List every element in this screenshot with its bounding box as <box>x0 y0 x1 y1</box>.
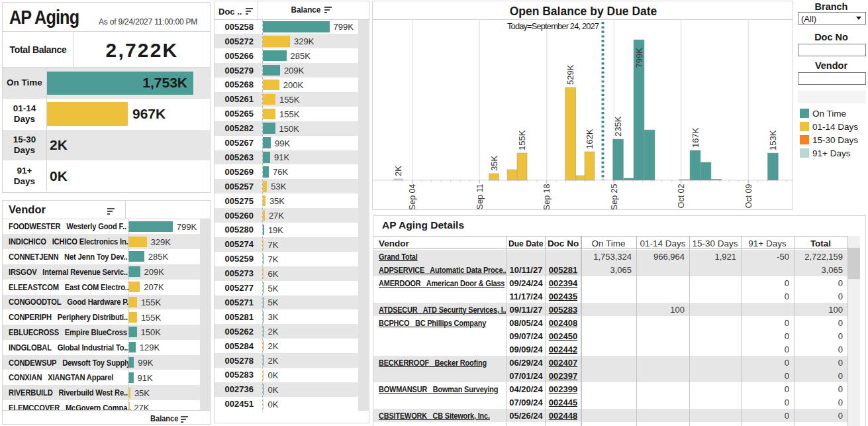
svg-text:2K: 2K <box>393 166 403 176</box>
svg-text:167K: 167K <box>691 127 700 148</box>
svg-text:Open Balance by Due Date: Open Balance by Due Date <box>510 5 657 18</box>
svg-text:Oct 09: Oct 09 <box>744 184 753 208</box>
svg-text:235K: 235K <box>613 116 623 136</box>
svg-text:153K: 153K <box>768 130 778 150</box>
svg-text:Sep 04: Sep 04 <box>408 184 417 209</box>
svg-text:35K: 35K <box>489 156 499 171</box>
svg-text:529K: 529K <box>565 64 575 85</box>
svg-text:Sep 18: Sep 18 <box>542 184 552 209</box>
svg-text:Oct 02: Oct 02 <box>677 184 686 208</box>
svg-text:Sep 11: Sep 11 <box>475 184 485 209</box>
svg-text:155K: 155K <box>517 130 527 150</box>
svg-text:799K: 799K <box>634 48 644 68</box>
svg-text:162K: 162K <box>585 129 595 149</box>
svg-text:Today=September 24, 2027: Today=September 24, 2027 <box>507 21 599 31</box>
svg-text:Sep 25: Sep 25 <box>610 184 619 209</box>
